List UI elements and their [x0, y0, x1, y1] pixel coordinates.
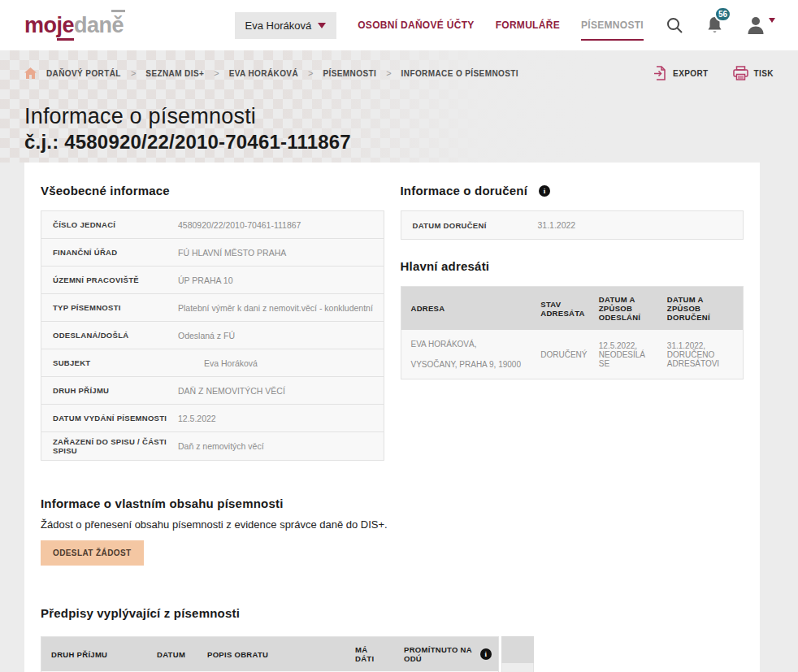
page-subtitle: č.j.: 4580920/22/2010-70461-111867: [24, 131, 774, 154]
logo-dane: daně: [74, 13, 124, 37]
addressee-sent: 12.5.2022, NEODESÍLÁ SE: [589, 330, 657, 379]
page-title: Informace o písemnosti: [24, 104, 774, 129]
table-row: FINANČNÍ ÚŘAD FÚ HLAVNÍ MĚSTO PRAHA: [41, 239, 384, 267]
hero-band: DAŇOVÝ PORTÁL > SEZNAM DIS+ > EVA HORÁKO…: [0, 50, 798, 163]
general-info-section: Všeobecné informace ČÍSLO JEDNACÍ 458092…: [41, 184, 384, 461]
table-row: ZAŘAZENÍ DO SPISU / ČÁSTI SPISU Daň z ne…: [41, 432, 384, 460]
delivery-section: Informace o doručení i DATUM DORUČENÍ 31…: [401, 184, 744, 461]
breadcrumb-item-informace-o-pisemnosti: INFORMACE O PÍSEMNOSTI: [401, 69, 518, 78]
breadcrumb-item-pisemnosti[interactable]: PÍSEMNOSTI: [323, 69, 376, 78]
logo-moje: moje: [24, 13, 74, 41]
content-request-description: Žádost o přenesení obsahu písemnosti z e…: [41, 518, 744, 531]
chevron-down-icon: [318, 23, 326, 28]
nav-item-formulare[interactable]: FORMULÁŘE: [496, 20, 560, 31]
addressees-heading: Hlavní adresáti: [401, 259, 744, 273]
info-icon[interactable]: i: [480, 648, 492, 660]
chevron-right-icon: >: [214, 68, 219, 78]
user-icon: [745, 15, 766, 36]
chevron-right-icon: >: [131, 68, 136, 78]
notification-badge: 56: [714, 7, 731, 22]
delivery-table: DATUM DORUČENÍ 31.1.2022: [401, 210, 744, 240]
send-request-button[interactable]: ODESLAT ŽÁDOST: [41, 540, 144, 566]
table-row: SUBJEKT Eva Horáková: [41, 349, 384, 377]
user-selector[interactable]: Eva Horáková: [235, 12, 337, 39]
search-icon: [665, 15, 684, 35]
prescriptions-table-header: DRUH PŘÍJMU DATUM POPIS OBRATU MÁ DÁTI P…: [41, 637, 498, 671]
prescriptions-table: DRUH PŘÍJMU DATUM POPIS OBRATU MÁ DÁTI P…: [41, 636, 499, 672]
general-info-heading: Všeobecné informace: [41, 184, 384, 197]
addressee-address: EVA HORÁKOVÁ, VYSOČANY, PRAHA 9, 19000: [401, 330, 531, 379]
row-detail-button[interactable]: [501, 663, 534, 672]
main-content: Všeobecné informace ČÍSLO JEDNACÍ 458092…: [24, 163, 760, 672]
export-label: EXPORT: [673, 69, 709, 78]
table-row: ODESLANÁ/DOŠLÁ Odeslaná z FÚ: [41, 322, 384, 349]
header-right-group: Eva Horáková OSOBNÍ DAŇOVÉ ÚČTY FORMULÁŘ…: [235, 12, 775, 39]
app-header: mojedaně Eva Horáková OSOBNÍ DAŇOVÉ ÚČTY…: [0, 0, 798, 50]
breadcrumb-item-eva-horakova[interactable]: EVA HORÁKOVÁ: [229, 69, 298, 78]
chevron-right-icon: >: [308, 68, 313, 78]
breadcrumb-item-danovy-portal[interactable]: DAŇOVÝ PORTÁL: [46, 69, 121, 78]
general-info-table: ČÍSLO JEDNACÍ 4580920/22/2010-70461-1118…: [41, 210, 384, 461]
table-row: ČÍSLO JEDNACÍ 4580920/22/2010-70461-1118…: [41, 211, 384, 239]
print-label: TISK: [754, 69, 774, 78]
table-row: TYP PÍSEMNOSTI Platební výměr k dani z n…: [41, 294, 384, 322]
home-icon[interactable]: [24, 67, 37, 79]
chevron-right-icon: >: [386, 68, 391, 78]
prescriptions-section: Předpisy vyplývající z písemnosti DRUH P…: [41, 606, 744, 672]
prescriptions-detail-column: [501, 636, 534, 672]
printer-icon: [733, 66, 748, 80]
notifications-button[interactable]: 56: [705, 15, 724, 35]
chevron-down-icon: [769, 18, 775, 23]
addressee-status: DORUČENÝ: [531, 330, 588, 379]
table-row: ÚZEMNÍ PRACOVIŠTĚ ÚP PRAHA 10: [41, 267, 384, 294]
nav-item-pisemnosti[interactable]: PÍSEMNOSTI: [581, 20, 644, 31]
addressees-table-header: ADRESA STAV ADRESÁTA DATUM A ZPŮSOB ODES…: [401, 287, 744, 330]
search-button[interactable]: [665, 15, 684, 35]
page-actions: EXPORT TISK: [653, 66, 774, 80]
export-button[interactable]: EXPORT: [653, 66, 709, 80]
addressee-delivered: 31.1.2022, DORUČENO ADRESÁTOVI: [657, 330, 743, 379]
info-icon[interactable]: i: [539, 185, 550, 197]
addressees-table: ADRESA STAV ADRESÁTA DATUM A ZPŮSOB ODES…: [401, 286, 744, 379]
breadcrumb-bar: DAŇOVÝ PORTÁL > SEZNAM DIS+ > EVA HORÁKO…: [24, 50, 774, 96]
user-selector-label: Eva Horáková: [245, 20, 312, 32]
delivery-heading: Informace o doručení i: [401, 184, 744, 197]
content-request-section: Informace o vlastním obsahu písemnosti Ž…: [41, 496, 744, 566]
table-row: EVA HORÁKOVÁ, VYSOČANY, PRAHA 9, 19000 D…: [401, 330, 744, 379]
table-row: DATUM DORUČENÍ 31.1.2022: [401, 211, 744, 239]
nav-item-osobni-danove-ucty[interactable]: OSOBNÍ DAŇOVÉ ÚČTY: [358, 20, 474, 31]
breadcrumb: DAŇOVÝ PORTÁL > SEZNAM DIS+ > EVA HORÁKO…: [24, 67, 518, 79]
account-menu-button[interactable]: [745, 15, 775, 36]
table-row: DRUH PŘÍJMU DAŇ Z NEMOVITÝCH VĚCÍ: [41, 377, 384, 405]
content-request-heading: Informace o vlastním obsahu písemnosti: [41, 496, 744, 510]
print-button[interactable]: TISK: [733, 66, 774, 80]
app-logo[interactable]: mojedaně: [24, 13, 124, 38]
export-icon: [653, 66, 667, 80]
prescriptions-heading: Předpisy vyplývající z písemnosti: [41, 606, 744, 620]
breadcrumb-item-seznam-dis[interactable]: SEZNAM DIS+: [145, 69, 204, 78]
table-row: DATUM VYDÁNÍ PÍSEMNOSTI 12.5.2022: [41, 405, 384, 432]
